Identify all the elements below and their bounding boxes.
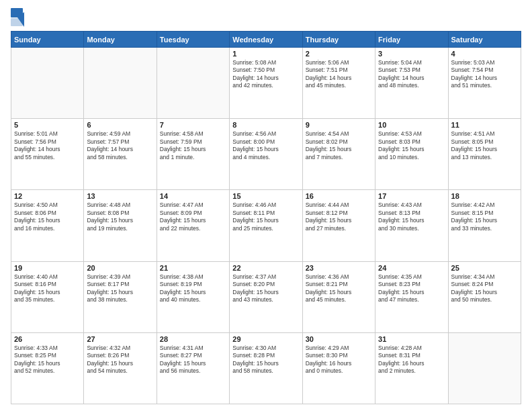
- calendar-cell: 13Sunrise: 4:48 AM Sunset: 8:08 PM Dayli…: [84, 190, 157, 261]
- day-number: 17: [378, 192, 445, 200]
- day-number: 14: [160, 192, 226, 200]
- calendar-table: SundayMondayTuesdayWednesdayThursdayFrid…: [11, 31, 521, 404]
- day-info: Sunrise: 4:38 AM Sunset: 8:19 PM Dayligh…: [160, 273, 226, 304]
- calendar-cell: 29Sunrise: 4:30 AM Sunset: 8:28 PM Dayli…: [230, 332, 302, 404]
- day-info: Sunrise: 5:01 AM Sunset: 7:56 PM Dayligh…: [14, 130, 81, 161]
- day-info: Sunrise: 4:44 AM Sunset: 8:12 PM Dayligh…: [306, 201, 372, 232]
- calendar-cell: 1Sunrise: 5:08 AM Sunset: 7:50 PM Daylig…: [230, 48, 302, 119]
- day-number: 24: [378, 264, 445, 272]
- weekday-header-thursday: Thursday: [302, 32, 375, 48]
- weekday-header-wednesday: Wednesday: [230, 32, 302, 48]
- day-number: 22: [232, 264, 299, 272]
- day-number: 18: [451, 192, 518, 200]
- day-info: Sunrise: 4:56 AM Sunset: 8:00 PM Dayligh…: [232, 130, 299, 161]
- day-number: 29: [232, 335, 299, 343]
- week-row-2: 12Sunrise: 4:50 AM Sunset: 8:06 PM Dayli…: [11, 190, 521, 261]
- day-number: 5: [14, 121, 81, 129]
- calendar-cell: 12Sunrise: 4:50 AM Sunset: 8:06 PM Dayli…: [11, 190, 84, 261]
- logo: [11, 8, 27, 27]
- calendar-cell: 27Sunrise: 4:32 AM Sunset: 8:26 PM Dayli…: [84, 332, 157, 404]
- day-number: 23: [306, 264, 372, 272]
- calendar-cell: 14Sunrise: 4:47 AM Sunset: 8:09 PM Dayli…: [157, 190, 229, 261]
- day-number: 9: [306, 121, 372, 129]
- day-number: 3: [378, 50, 445, 58]
- weekday-header-monday: Monday: [84, 32, 157, 48]
- logo-icon: [11, 8, 24, 27]
- day-info: Sunrise: 4:46 AM Sunset: 8:11 PM Dayligh…: [232, 201, 299, 232]
- day-number: 28: [160, 335, 226, 343]
- calendar-cell: 5Sunrise: 5:01 AM Sunset: 7:56 PM Daylig…: [11, 119, 84, 190]
- svg-rect-2: [11, 18, 23, 26]
- calendar-cell: 9Sunrise: 4:54 AM Sunset: 8:02 PM Daylig…: [302, 119, 375, 190]
- day-info: Sunrise: 4:36 AM Sunset: 8:21 PM Dayligh…: [306, 273, 372, 304]
- calendar-cell: 21Sunrise: 4:38 AM Sunset: 8:19 PM Dayli…: [157, 261, 229, 332]
- weekday-header-friday: Friday: [375, 32, 448, 48]
- day-info: Sunrise: 4:48 AM Sunset: 8:08 PM Dayligh…: [87, 201, 153, 232]
- day-info: Sunrise: 5:03 AM Sunset: 7:54 PM Dayligh…: [451, 59, 518, 90]
- day-number: 11: [451, 121, 518, 129]
- calendar-cell: [157, 48, 229, 119]
- day-number: 7: [160, 121, 226, 129]
- day-info: Sunrise: 4:35 AM Sunset: 8:23 PM Dayligh…: [378, 273, 445, 304]
- day-info: Sunrise: 4:53 AM Sunset: 8:03 PM Dayligh…: [378, 130, 445, 161]
- day-number: 16: [306, 192, 372, 200]
- day-info: Sunrise: 4:40 AM Sunset: 8:16 PM Dayligh…: [14, 273, 81, 304]
- day-info: Sunrise: 4:50 AM Sunset: 8:06 PM Dayligh…: [14, 201, 81, 232]
- day-info: Sunrise: 4:59 AM Sunset: 7:57 PM Dayligh…: [87, 130, 153, 161]
- day-number: 15: [232, 192, 299, 200]
- calendar-cell: 8Sunrise: 4:56 AM Sunset: 8:00 PM Daylig…: [230, 119, 302, 190]
- day-number: 19: [14, 264, 81, 272]
- calendar-cell: 11Sunrise: 4:51 AM Sunset: 8:05 PM Dayli…: [448, 119, 521, 190]
- calendar-cell: 23Sunrise: 4:36 AM Sunset: 8:21 PM Dayli…: [302, 261, 375, 332]
- calendar-cell: 15Sunrise: 4:46 AM Sunset: 8:11 PM Dayli…: [230, 190, 302, 261]
- day-info: Sunrise: 4:37 AM Sunset: 8:20 PM Dayligh…: [232, 273, 299, 304]
- calendar-cell: 4Sunrise: 5:03 AM Sunset: 7:54 PM Daylig…: [448, 48, 521, 119]
- day-number: 13: [87, 192, 153, 200]
- day-number: 26: [14, 335, 81, 343]
- calendar-cell: 2Sunrise: 5:06 AM Sunset: 7:51 PM Daylig…: [302, 48, 375, 119]
- week-row-0: 1Sunrise: 5:08 AM Sunset: 7:50 PM Daylig…: [11, 48, 521, 119]
- day-number: 6: [87, 121, 153, 129]
- day-number: 12: [14, 192, 81, 200]
- day-info: Sunrise: 4:28 AM Sunset: 8:31 PM Dayligh…: [378, 345, 445, 375]
- day-info: Sunrise: 4:51 AM Sunset: 8:05 PM Dayligh…: [451, 130, 518, 161]
- calendar-cell: 3Sunrise: 5:04 AM Sunset: 7:53 PM Daylig…: [375, 48, 448, 119]
- day-info: Sunrise: 4:43 AM Sunset: 8:13 PM Dayligh…: [378, 201, 445, 232]
- day-number: 10: [378, 121, 445, 129]
- header: [11, 8, 521, 27]
- day-info: Sunrise: 4:42 AM Sunset: 8:15 PM Dayligh…: [451, 201, 518, 232]
- calendar-cell: 31Sunrise: 4:28 AM Sunset: 8:31 PM Dayli…: [375, 332, 448, 404]
- day-info: Sunrise: 4:32 AM Sunset: 8:26 PM Dayligh…: [87, 345, 153, 375]
- day-number: 25: [451, 264, 518, 272]
- calendar-cell: 16Sunrise: 4:44 AM Sunset: 8:12 PM Dayli…: [302, 190, 375, 261]
- day-info: Sunrise: 5:08 AM Sunset: 7:50 PM Dayligh…: [232, 59, 299, 90]
- day-number: 20: [87, 264, 153, 272]
- calendar-cell: [448, 332, 521, 404]
- day-number: 1: [232, 50, 299, 58]
- day-number: 21: [160, 264, 226, 272]
- calendar-cell: 25Sunrise: 4:34 AM Sunset: 8:24 PM Dayli…: [448, 261, 521, 332]
- calendar-cell: 30Sunrise: 4:29 AM Sunset: 8:30 PM Dayli…: [302, 332, 375, 404]
- calendar-cell: 18Sunrise: 4:42 AM Sunset: 8:15 PM Dayli…: [448, 190, 521, 261]
- day-info: Sunrise: 4:30 AM Sunset: 8:28 PM Dayligh…: [232, 345, 299, 375]
- day-info: Sunrise: 4:29 AM Sunset: 8:30 PM Dayligh…: [306, 345, 372, 375]
- page: SundayMondayTuesdayWednesdayThursdayFrid…: [0, 0, 532, 411]
- week-row-1: 5Sunrise: 5:01 AM Sunset: 7:56 PM Daylig…: [11, 119, 521, 190]
- calendar-cell: 19Sunrise: 4:40 AM Sunset: 8:16 PM Dayli…: [11, 261, 84, 332]
- calendar-cell: [84, 48, 157, 119]
- day-number: 30: [306, 335, 372, 343]
- day-number: 8: [232, 121, 299, 129]
- day-info: Sunrise: 4:34 AM Sunset: 8:24 PM Dayligh…: [451, 273, 518, 304]
- calendar-cell: 10Sunrise: 4:53 AM Sunset: 8:03 PM Dayli…: [375, 119, 448, 190]
- day-info: Sunrise: 5:06 AM Sunset: 7:51 PM Dayligh…: [306, 59, 372, 90]
- day-number: 31: [378, 335, 445, 343]
- day-info: Sunrise: 4:47 AM Sunset: 8:09 PM Dayligh…: [160, 201, 226, 232]
- calendar-cell: 7Sunrise: 4:58 AM Sunset: 7:59 PM Daylig…: [157, 119, 229, 190]
- weekday-header-sunday: Sunday: [11, 32, 84, 48]
- day-info: Sunrise: 4:31 AM Sunset: 8:27 PM Dayligh…: [160, 345, 226, 375]
- weekday-header-saturday: Saturday: [448, 32, 521, 48]
- day-info: Sunrise: 4:33 AM Sunset: 8:25 PM Dayligh…: [14, 345, 81, 375]
- day-info: Sunrise: 5:04 AM Sunset: 7:53 PM Dayligh…: [378, 59, 445, 90]
- calendar-cell: 26Sunrise: 4:33 AM Sunset: 8:25 PM Dayli…: [11, 332, 84, 404]
- calendar-cell: 17Sunrise: 4:43 AM Sunset: 8:13 PM Dayli…: [375, 190, 448, 261]
